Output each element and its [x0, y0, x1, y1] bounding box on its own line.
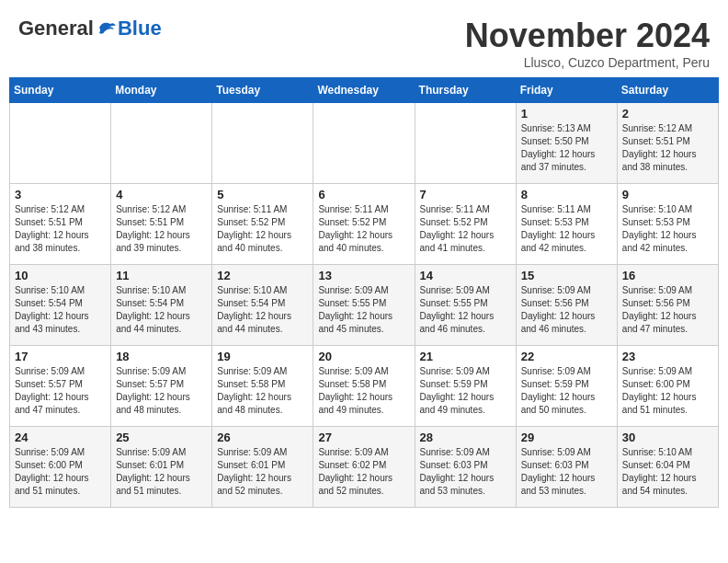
- weekday-header-thursday: Thursday: [415, 78, 516, 103]
- calendar-cell: 15Sunrise: 5:09 AM Sunset: 5:56 PM Dayli…: [516, 265, 617, 346]
- calendar-cell: 4Sunrise: 5:12 AM Sunset: 5:51 PM Daylig…: [111, 184, 212, 265]
- day-info: Sunrise: 5:11 AM Sunset: 5:52 PM Dayligh…: [217, 203, 308, 255]
- day-info: Sunrise: 5:09 AM Sunset: 5:55 PM Dayligh…: [420, 284, 511, 336]
- week-row-1: 1Sunrise: 5:13 AM Sunset: 5:50 PM Daylig…: [10, 103, 719, 184]
- day-info: Sunrise: 5:10 AM Sunset: 5:54 PM Dayligh…: [15, 284, 106, 336]
- day-info: Sunrise: 5:09 AM Sunset: 6:03 PM Dayligh…: [521, 446, 612, 498]
- day-info: Sunrise: 5:09 AM Sunset: 5:58 PM Dayligh…: [217, 365, 308, 417]
- location-subtitle: Llusco, Cuzco Department, Peru: [465, 55, 710, 70]
- day-number: 30: [622, 431, 713, 444]
- day-number: 5: [217, 188, 308, 201]
- calendar-cell: 26Sunrise: 5:09 AM Sunset: 6:01 PM Dayli…: [212, 427, 313, 508]
- logo: General Blue: [18, 17, 162, 40]
- day-info: Sunrise: 5:09 AM Sunset: 6:03 PM Dayligh…: [420, 446, 511, 498]
- day-number: 19: [217, 350, 308, 363]
- calendar-cell: 30Sunrise: 5:10 AM Sunset: 6:04 PM Dayli…: [617, 427, 718, 508]
- weekday-header-monday: Monday: [111, 78, 212, 103]
- day-number: 3: [15, 188, 106, 201]
- day-info: Sunrise: 5:09 AM Sunset: 5:56 PM Dayligh…: [622, 284, 713, 336]
- calendar-cell: 28Sunrise: 5:09 AM Sunset: 6:03 PM Dayli…: [415, 427, 516, 508]
- day-info: Sunrise: 5:12 AM Sunset: 5:51 PM Dayligh…: [622, 122, 713, 174]
- day-number: 9: [622, 188, 713, 201]
- calendar-cell: 24Sunrise: 5:09 AM Sunset: 6:00 PM Dayli…: [10, 427, 111, 508]
- weekday-header-sunday: Sunday: [10, 78, 111, 103]
- week-row-4: 17Sunrise: 5:09 AM Sunset: 5:57 PM Dayli…: [10, 346, 719, 427]
- day-number: 26: [217, 431, 308, 444]
- day-info: Sunrise: 5:12 AM Sunset: 5:51 PM Dayligh…: [116, 203, 207, 255]
- day-number: 12: [217, 269, 308, 282]
- calendar-cell: 2Sunrise: 5:12 AM Sunset: 5:51 PM Daylig…: [617, 103, 718, 184]
- day-info: Sunrise: 5:09 AM Sunset: 6:00 PM Dayligh…: [15, 446, 106, 498]
- calendar-cell: 3Sunrise: 5:12 AM Sunset: 5:51 PM Daylig…: [10, 184, 111, 265]
- day-info: Sunrise: 5:09 AM Sunset: 6:02 PM Dayligh…: [318, 446, 409, 498]
- day-number: 4: [116, 188, 207, 201]
- calendar-cell: 6Sunrise: 5:11 AM Sunset: 5:52 PM Daylig…: [313, 184, 415, 265]
- day-number: 21: [420, 350, 511, 363]
- day-number: 1: [521, 107, 612, 121]
- weekday-header-row: SundayMondayTuesdayWednesdayThursdayFrid…: [10, 78, 719, 103]
- day-number: 8: [521, 188, 612, 201]
- week-row-3: 10Sunrise: 5:10 AM Sunset: 5:54 PM Dayli…: [10, 265, 719, 346]
- calendar-cell: 29Sunrise: 5:09 AM Sunset: 6:03 PM Dayli…: [516, 427, 617, 508]
- logo-bird-icon: [96, 18, 118, 39]
- day-number: 7: [420, 188, 511, 201]
- day-number: 11: [116, 269, 207, 282]
- calendar-cell: [313, 103, 415, 184]
- day-number: 13: [318, 269, 409, 282]
- calendar-cell: 9Sunrise: 5:10 AM Sunset: 5:53 PM Daylig…: [617, 184, 718, 265]
- day-info: Sunrise: 5:10 AM Sunset: 5:54 PM Dayligh…: [217, 284, 308, 336]
- page-header: General Blue November 2024 Llusco, Cuzco…: [9, 9, 719, 77]
- weekday-header-tuesday: Tuesday: [212, 78, 313, 103]
- day-number: 28: [420, 431, 511, 444]
- day-info: Sunrise: 5:09 AM Sunset: 5:58 PM Dayligh…: [318, 365, 409, 417]
- day-info: Sunrise: 5:12 AM Sunset: 5:51 PM Dayligh…: [15, 203, 106, 255]
- calendar-cell: 14Sunrise: 5:09 AM Sunset: 5:55 PM Dayli…: [415, 265, 516, 346]
- logo-general-text: General: [18, 17, 94, 40]
- calendar-cell: [10, 103, 111, 184]
- title-block: November 2024 Llusco, Cuzco Department, …: [465, 17, 710, 70]
- day-info: Sunrise: 5:09 AM Sunset: 5:56 PM Dayligh…: [521, 284, 612, 336]
- day-number: 27: [318, 431, 409, 444]
- day-info: Sunrise: 5:10 AM Sunset: 6:04 PM Dayligh…: [622, 446, 713, 498]
- calendar-cell: [212, 103, 313, 184]
- month-year-title: November 2024: [465, 17, 710, 55]
- day-info: Sunrise: 5:09 AM Sunset: 6:00 PM Dayligh…: [622, 365, 713, 417]
- day-number: 16: [622, 269, 713, 282]
- week-row-2: 3Sunrise: 5:12 AM Sunset: 5:51 PM Daylig…: [10, 184, 719, 265]
- calendar-cell: 10Sunrise: 5:10 AM Sunset: 5:54 PM Dayli…: [10, 265, 111, 346]
- day-number: 22: [521, 350, 612, 363]
- day-info: Sunrise: 5:11 AM Sunset: 5:53 PM Dayligh…: [521, 203, 612, 255]
- day-info: Sunrise: 5:13 AM Sunset: 5:50 PM Dayligh…: [521, 122, 612, 174]
- day-info: Sunrise: 5:09 AM Sunset: 5:57 PM Dayligh…: [116, 365, 207, 417]
- calendar-cell: 12Sunrise: 5:10 AM Sunset: 5:54 PM Dayli…: [212, 265, 313, 346]
- day-info: Sunrise: 5:10 AM Sunset: 5:54 PM Dayligh…: [116, 284, 207, 336]
- day-number: 10: [15, 269, 106, 282]
- calendar-cell: 17Sunrise: 5:09 AM Sunset: 5:57 PM Dayli…: [10, 346, 111, 427]
- weekday-header-saturday: Saturday: [617, 78, 718, 103]
- day-info: Sunrise: 5:09 AM Sunset: 6:01 PM Dayligh…: [217, 446, 308, 498]
- day-number: 23: [622, 350, 713, 363]
- day-number: 18: [116, 350, 207, 363]
- weekday-header-wednesday: Wednesday: [313, 78, 415, 103]
- calendar-cell: 11Sunrise: 5:10 AM Sunset: 5:54 PM Dayli…: [111, 265, 212, 346]
- calendar-cell: 13Sunrise: 5:09 AM Sunset: 5:55 PM Dayli…: [313, 265, 415, 346]
- day-number: 2: [622, 107, 713, 121]
- day-number: 6: [318, 188, 409, 201]
- calendar-cell: [415, 103, 516, 184]
- calendar-cell: 5Sunrise: 5:11 AM Sunset: 5:52 PM Daylig…: [212, 184, 313, 265]
- day-info: Sunrise: 5:09 AM Sunset: 5:59 PM Dayligh…: [420, 365, 511, 417]
- day-info: Sunrise: 5:09 AM Sunset: 5:59 PM Dayligh…: [521, 365, 612, 417]
- calendar-cell: 20Sunrise: 5:09 AM Sunset: 5:58 PM Dayli…: [313, 346, 415, 427]
- day-info: Sunrise: 5:09 AM Sunset: 5:55 PM Dayligh…: [318, 284, 409, 336]
- calendar-cell: 27Sunrise: 5:09 AM Sunset: 6:02 PM Dayli…: [313, 427, 415, 508]
- calendar-cell: 25Sunrise: 5:09 AM Sunset: 6:01 PM Dayli…: [111, 427, 212, 508]
- calendar-cell: 22Sunrise: 5:09 AM Sunset: 5:59 PM Dayli…: [516, 346, 617, 427]
- day-number: 14: [420, 269, 511, 282]
- logo-blue-text: Blue: [118, 17, 162, 40]
- day-number: 25: [116, 431, 207, 444]
- calendar-table: SundayMondayTuesdayWednesdayThursdayFrid…: [9, 77, 719, 508]
- week-row-5: 24Sunrise: 5:09 AM Sunset: 6:00 PM Dayli…: [10, 427, 719, 508]
- calendar-cell: 19Sunrise: 5:09 AM Sunset: 5:58 PM Dayli…: [212, 346, 313, 427]
- calendar-cell: 16Sunrise: 5:09 AM Sunset: 5:56 PM Dayli…: [617, 265, 718, 346]
- day-info: Sunrise: 5:09 AM Sunset: 5:57 PM Dayligh…: [15, 365, 106, 417]
